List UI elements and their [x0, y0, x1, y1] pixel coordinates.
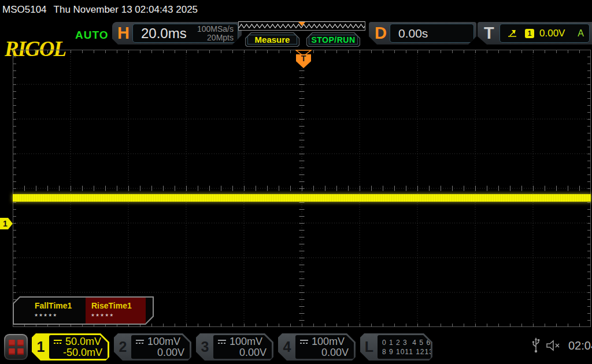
delay-value: 0.00s	[398, 27, 428, 40]
logic-channels-row2: 8 9 1011 12131415	[382, 347, 431, 356]
channel-scale: 50.0mV	[65, 336, 101, 348]
trigger-position-marker[interactable]: T	[295, 50, 312, 72]
usb-icon	[532, 337, 540, 354]
datetime-label: Thu November 13 02:04:43 2025	[54, 4, 198, 16]
channel-number: 3	[196, 333, 214, 361]
stop-run-button-label: STOP/RUN	[311, 35, 355, 44]
oscilloscope-screen: MSO5104 Thu November 13 02:04:43 2025 RI…	[0, 0, 592, 364]
channel-number: 4	[278, 333, 296, 361]
measure-button-label: Measure	[255, 35, 290, 44]
logic-analyzer-status[interactable]: L 0 1 2 3 4 5 6 7 8 9 1011 12131415	[360, 333, 432, 361]
dc-coupling-icon	[299, 339, 309, 345]
horizontal-timebase-control[interactable]: H 20.0ms 100MSa/s 20Mpts	[112, 22, 242, 44]
channel-number: 1	[32, 333, 50, 361]
clock-display: 02:04	[568, 339, 592, 352]
zigzag-waveform-icon	[239, 22, 365, 30]
channel1-status[interactable]: 1 50.0mV -50.0mV	[32, 333, 109, 361]
memory-depth: 20Mpts	[207, 33, 234, 42]
waveform-position-bar[interactable]	[238, 21, 365, 31]
trigger-slope-icon	[507, 29, 519, 38]
measurement-results-panel[interactable]: FallTime1 ***** RiseTime1 *****	[13, 296, 154, 325]
trigger-readout: 1 0.00V A	[500, 24, 590, 43]
channel-offset: -50.0mV	[49, 347, 108, 359]
horizontal-label: H	[117, 22, 130, 44]
measurement-risetime[interactable]: RiseTime1 *****	[86, 298, 146, 324]
stop-run-button[interactable]: STOP/RUN	[306, 32, 360, 47]
logic-label: L	[360, 333, 378, 361]
channel-offset: 0.00V	[131, 347, 190, 359]
dc-coupling-icon	[217, 339, 227, 345]
channel4-status[interactable]: 4 100mV 0.00V	[278, 333, 356, 361]
channel-status-bar: 1 50.0mV -50.0mV 2	[0, 329, 592, 364]
channel-offset: 0.00V	[213, 347, 272, 359]
measurement-value: *****	[91, 312, 146, 321]
trigger-flag-letter: T	[301, 54, 306, 63]
trigger-label: T	[484, 22, 494, 44]
trigger-control[interactable]: T 1 0.00V A	[478, 22, 592, 44]
sample-rate: 100MSa/s	[197, 24, 234, 34]
menu-grid-icon	[5, 335, 27, 359]
trigger-mode-badge: A	[578, 28, 584, 39]
measurement-name: FallTime1	[35, 301, 86, 310]
speaker-muted-icon	[546, 340, 561, 351]
channel1-trace	[13, 194, 591, 202]
measurement-value: *****	[35, 312, 86, 321]
channel-scale: 100mV	[312, 336, 345, 348]
run-status-badge: AUTO	[75, 29, 108, 42]
toolbar: RIGOL AUTO H 20.0ms 100MSa/s 20Mpts	[0, 17, 592, 50]
delay-label: D	[375, 22, 387, 44]
logic-channels-row1: 0 1 2 3 4 5 6 7	[382, 338, 431, 347]
timebase-value: 20.0ms	[141, 25, 187, 42]
dc-coupling-icon	[53, 339, 62, 345]
channel-number: 2	[114, 333, 132, 361]
channel-scale: 100mV	[147, 336, 180, 348]
delay-readout: 0.00s	[390, 24, 474, 43]
channel2-status[interactable]: 2 100mV 0.00V	[114, 333, 191, 361]
acquisition-readout: 100MSa/s 20Mpts	[197, 25, 234, 42]
measure-button[interactable]: Measure	[245, 32, 299, 47]
channel-offset: 0.00V	[295, 347, 354, 359]
status-icon-tray: 02:04	[532, 337, 592, 354]
trigger-source-badge: 1	[525, 29, 534, 38]
channel3-status[interactable]: 3 100mV 0.00V	[196, 333, 273, 361]
status-bar: MSO5104 Thu November 13 02:04:43 2025	[2, 3, 198, 17]
model-label: MSO5104	[2, 4, 47, 16]
trigger-level-value: 0.00V	[539, 28, 565, 39]
menu-button[interactable]	[4, 334, 28, 360]
measurement-falltime[interactable]: FallTime1 *****	[14, 298, 86, 324]
horizontal-delay-control[interactable]: D 0.00s	[369, 22, 476, 44]
waveform-display: T FallTime1 ***** RiseTime1 *****	[13, 50, 591, 327]
channel1-marker-number: 1	[3, 219, 8, 228]
channel1-ground-marker[interactable]: 1	[0, 218, 13, 232]
channel-scale: 100mV	[230, 336, 262, 348]
timebase-readout: 20.0ms 100MSa/s 20Mpts	[132, 24, 238, 43]
dc-coupling-icon	[135, 339, 145, 345]
graticule	[13, 50, 591, 327]
measurement-name: RiseTime1	[91, 301, 146, 310]
